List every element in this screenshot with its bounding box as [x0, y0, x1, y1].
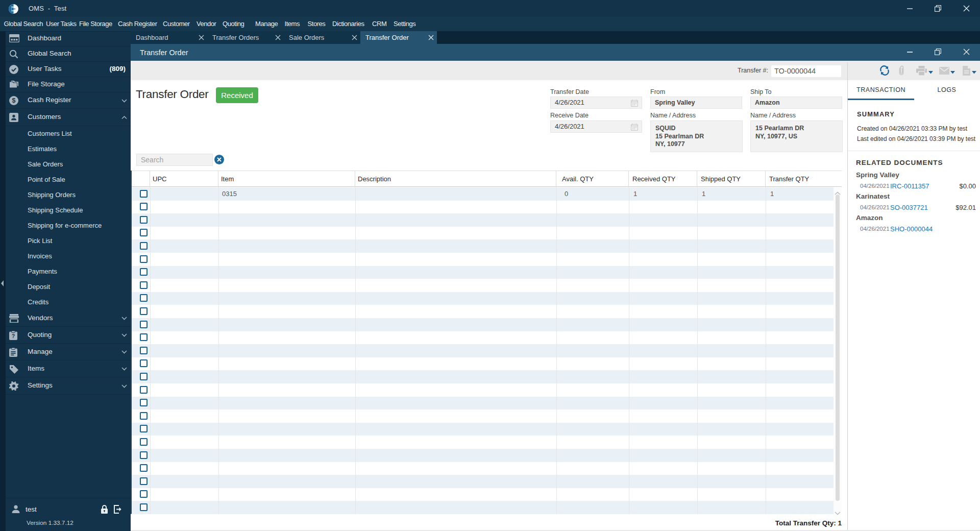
- svg-text:$: $: [12, 97, 16, 104]
- svg-text:?: ?: [12, 333, 15, 339]
